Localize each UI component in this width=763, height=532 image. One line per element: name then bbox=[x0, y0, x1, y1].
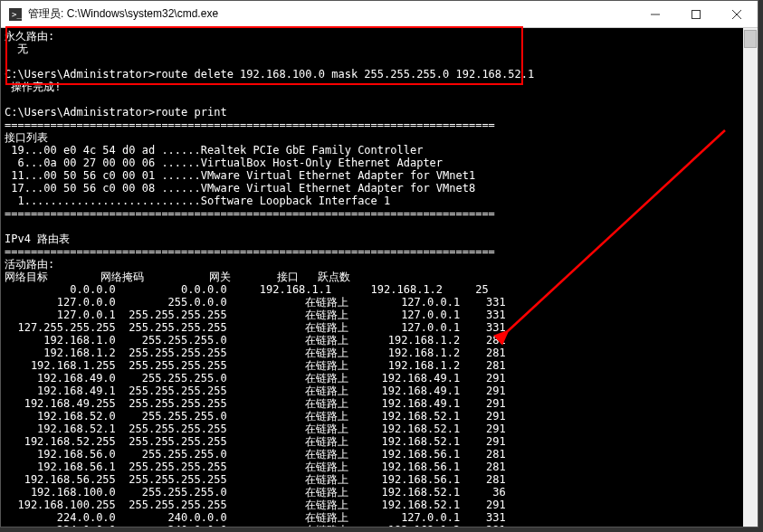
console-body[interactable]: 永久路由: 无 C:\Users\Administrator>route del… bbox=[1, 28, 758, 527]
minimize-button[interactable] bbox=[634, 1, 675, 27]
svg-text:>_: >_ bbox=[12, 10, 22, 19]
svg-rect-3 bbox=[691, 10, 700, 18]
window-controls bbox=[634, 1, 758, 27]
close-button[interactable] bbox=[716, 1, 758, 27]
console-output: 永久路由: 无 C:\Users\Administrator>route del… bbox=[1, 28, 743, 527]
scroll-thumb[interactable] bbox=[744, 30, 757, 48]
scrollbar[interactable] bbox=[743, 28, 758, 527]
titlebar[interactable]: >_ 管理员: C:\Windows\system32\cmd.exe bbox=[1, 1, 758, 28]
maximize-button[interactable] bbox=[675, 1, 716, 27]
cmd-window: >_ 管理员: C:\Windows\system32\cmd.exe 永久路由… bbox=[0, 0, 758, 527]
window-title: 管理员: C:\Windows\system32\cmd.exe bbox=[28, 6, 634, 22]
cmd-icon: >_ bbox=[8, 7, 23, 22]
